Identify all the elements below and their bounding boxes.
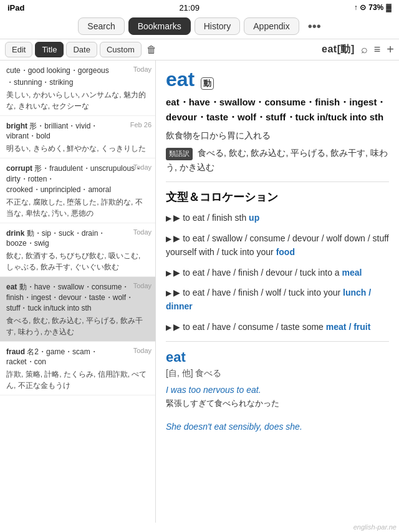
system-icons: ↑ ⊙ 73% ▓ (354, 3, 392, 12)
entry-date: Feb 26 (130, 121, 151, 128)
entry-fraud[interactable]: Today fraud 名2・game・scam・racket・con 詐欺, … (0, 342, 155, 396)
vocab-jp-text: 食べる, 飲む, 飲み込む, 平らげる, 飲み干す, 味わう, かき込む (166, 148, 388, 172)
main-jp-def: 飲食物を口から胃に入れる (166, 128, 389, 142)
date-button[interactable]: Date (66, 42, 97, 57)
entry-title-text: drink 動・sip・suck・drain・booze・swig (6, 228, 149, 249)
sub-word: eat (166, 349, 389, 365)
edit-button[interactable]: Edit (5, 42, 32, 57)
divider2 (166, 341, 389, 342)
entry-date: Today (133, 282, 151, 289)
sub-bracket: [自, 他] 食べる (166, 368, 389, 379)
add-icon[interactable]: + (387, 42, 394, 57)
toolbar-right: eat[動] ⌕ ≡ + (322, 42, 394, 57)
signal-icon: ↑ ⊙ (354, 3, 366, 12)
example-sentence-2-en: She doesn't eat sensibly, does she. (166, 420, 389, 433)
collocation-1: ▶ to eat / finish sth up (166, 211, 389, 225)
entry-title-text: bright 形・brilliant・vivid・vibrant・bold (6, 121, 149, 142)
entry-synonyms: ・stunning・striking (6, 77, 149, 88)
entry-jp: 明るい, きらめく, 鮮やかな, くっきりした (6, 143, 149, 154)
clock: 21:09 (179, 3, 200, 12)
entry-date: Today (133, 163, 151, 171)
collocation-2: ▶ to eat / swallow / consume / devour / … (166, 231, 389, 259)
title-button[interactable]: Title (35, 42, 64, 57)
battery-label: 73% (368, 3, 383, 12)
battery-icon: ▓ (386, 3, 392, 12)
tab-bar: Search Bookmarks History Appendix ••• (0, 15, 399, 39)
entry-title-text: corrupt 形・fraudulent・unscrupulous・dirty・… (6, 163, 149, 195)
entry-date: Today (133, 347, 151, 354)
tab-history[interactable]: History (195, 17, 241, 35)
collocation-4: ▶ to eat / have / finish / wolf / tuck i… (166, 286, 389, 314)
trash-icon[interactable]: 🗑 (147, 44, 156, 56)
vocab-badge: 類語訳 (166, 148, 193, 160)
entry-jp: 詐欺, 策略, 計略, たくらみ, 信用詐欺, ぺてん, 不正な金もうけ (6, 369, 149, 391)
example-sentence-1-en: I was too nervous to eat. (166, 383, 389, 397)
collocation-section-title: 文型＆コロケーション (166, 190, 389, 205)
entry-date: Today (133, 65, 151, 73)
entry-title-text: fraud 名2・game・scam・racket・con (6, 347, 149, 368)
custom-button[interactable]: Custom (100, 42, 142, 57)
entry-drink[interactable]: Today drink 動・sip・suck・drain・booze・swig … (0, 223, 155, 278)
entry-date: Today (133, 228, 151, 236)
entry-jp: 不正な, 腐敗した, 堕落した, 詐欺的な, 不当な, 卑怯な, 汚い, 悪徳の (6, 196, 149, 219)
tab-search[interactable]: Search (78, 17, 124, 35)
entry-corrupt[interactable]: Today corrupt 形・fraudulent・unscrupulous・… (0, 158, 155, 223)
tab-appendix[interactable]: Appendix (244, 17, 299, 35)
left-panel: Today cute・good looking・gorgeous ・stunni… (0, 60, 156, 523)
more-menu-icon[interactable]: ••• (308, 19, 321, 34)
watermark: english-par.ne (353, 523, 397, 531)
main-word-header: eat 動 (166, 68, 389, 91)
entry-title-text: cute・good looking・gorgeous (6, 65, 149, 76)
right-panel: eat 動 eat・have・swallow・consume・finish・in… (156, 60, 399, 523)
divider1 (166, 181, 389, 182)
entry-title-text: eat 動・have・swallow・consume・finish・ingest… (6, 282, 149, 313)
menu-lines-icon[interactable]: ≡ (374, 43, 381, 56)
collocation-5: ▶ to eat / have / consume / taste some m… (166, 320, 389, 334)
device-name: iPad (7, 3, 24, 12)
status-bar: iPad 21:09 ↑ ⊙ 73% ▓ (0, 0, 399, 15)
main-content: Today cute・good looking・gorgeous ・stunni… (0, 60, 399, 523)
entry-jp: 食べる, 飲む, 飲み込む, 平らげる, 飲み干す, 味わう, かき込む (6, 315, 149, 337)
example-sentence-1-jp: 緊張しすぎて食べられなかった (166, 397, 389, 410)
entry-jp: 飲む, 飲酒する, ちびちび飲む, 吸いこむ, しゃぶる, 飲み干す, ぐいぐい… (6, 250, 149, 273)
current-word-title: eat[動] (322, 43, 355, 56)
main-synonyms: eat・have・swallow・consume・finish・ingest・d… (166, 95, 389, 125)
entry-good-looking[interactable]: Today cute・good looking・gorgeous ・stunni… (0, 60, 155, 116)
toolbar-action-icons: ⌕ ≡ + (361, 42, 394, 57)
search-icon[interactable]: ⌕ (361, 43, 368, 56)
tab-bookmarks[interactable]: Bookmarks (128, 17, 191, 35)
entry-eat[interactable]: Today eat 動・have・swallow・consume・finish・… (0, 277, 155, 341)
main-pos-badge: 動 (201, 77, 214, 90)
toolbar-left: Edit Title Date Custom 🗑 (5, 42, 156, 57)
vocab-line: 類語訳 食べる, 飲む, 飲み込む, 平らげる, 飲み干す, 味わう, かき込む (166, 146, 389, 174)
main-word: eat (166, 68, 195, 90)
entry-bright[interactable]: Feb 26 bright 形・brilliant・vivid・vibrant・… (0, 116, 155, 159)
entry-jp: 美しい, かわいらしい, ハンサムな, 魅力的な, きれいな, セクシーな (6, 89, 149, 112)
toolbar: Edit Title Date Custom 🗑 eat[動] ⌕ ≡ + (0, 39, 399, 60)
collocation-3: ▶ to eat / have / finish / devour / tuck… (166, 266, 389, 279)
